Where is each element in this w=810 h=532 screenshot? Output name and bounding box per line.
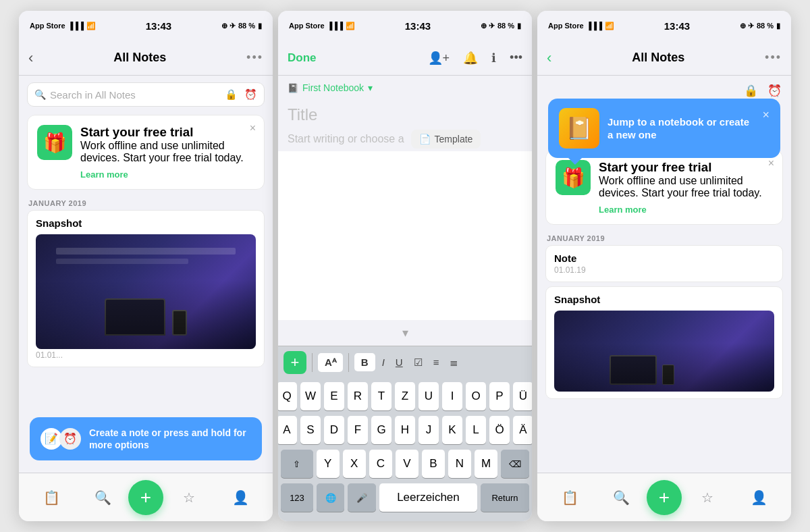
fab-icon-3: + [659,487,670,508]
info-icon-2[interactable]: ℹ [491,51,496,65]
kb-key-l[interactable]: L [466,416,486,444]
star-tab-icon-1: ☆ [183,489,195,506]
back-button-1[interactable]: ‹ [28,49,33,67]
person-tab-icon-1: 👤 [232,489,249,506]
note-date-1: 01.01... [36,350,256,360]
add-person-icon-2[interactable]: 👤+ [428,51,450,65]
tooltip3-icon-3: 📔 [559,108,599,149]
kb-sep-1 [312,353,313,372]
kb-return-key[interactable]: Return [481,483,529,512]
kb-key-h[interactable]: H [395,416,415,444]
promo-card-inner-3: 🎁 Start your free trial Work offline and… [556,160,773,215]
kb-key-y[interactable]: Y [317,450,340,478]
kb-key-ue[interactable]: Ü [513,382,532,410]
promo-close-3[interactable]: × [768,157,774,169]
search-input-1[interactable]: Search in All Notes [50,89,221,101]
tab-search-1[interactable]: 🔍 [77,489,128,506]
kb-list2-btn-2[interactable]: ≣ [446,354,462,371]
kb-key-n[interactable]: N [448,450,471,478]
tooltip3-close-3[interactable]: × [762,108,770,122]
kb-underline-btn-2[interactable]: U [392,354,407,371]
tab-person-3[interactable]: 👤 [733,489,784,506]
kb-key-i[interactable]: I [442,382,462,410]
kb-key-b[interactable]: B [422,450,445,478]
kb-space-key[interactable]: Leerzeichen [379,483,477,512]
editor-content-area-2[interactable] [278,151,532,320]
kb-key-m[interactable]: M [475,450,497,478]
kb-key-f[interactable]: F [348,416,368,444]
tab-person-1[interactable]: 👤 [215,489,266,506]
done-button-2[interactable]: Done [288,51,317,65]
promo-cta-1[interactable]: Learn more [80,169,254,180]
kb-key-c[interactable]: C [369,450,392,478]
tooltip-1: 📝 ⏰ Create a note or press and hold for … [30,417,262,460]
kb-key-q[interactable]: Q [278,382,297,410]
kb-bold-btn-2[interactable]: B [354,353,375,371]
fab-button-3[interactable]: + [647,480,682,515]
person-tab-icon-3: 👤 [751,489,767,506]
kb-backspace-key[interactable]: ⌫ [501,450,529,478]
kb-key-k[interactable]: K [442,416,462,444]
kb-key-t[interactable]: T [371,382,392,410]
chevron-down-2[interactable]: ▾ [278,320,532,346]
note-item-snapshot-3[interactable]: Snapshot [545,286,783,399]
kb-list-btn-2[interactable]: ≡ [429,354,443,371]
note-date-3: 01.01.19 [554,265,774,275]
tab-search-3[interactable]: 🔍 [595,489,647,506]
promo-cta-3[interactable]: Learn more [599,205,773,215]
tab-star-3[interactable]: ☆ [682,489,733,506]
kb-key-v[interactable]: V [396,450,418,478]
kb-key-oe[interactable]: Ö [489,416,510,444]
kb-123-key[interactable]: 123 [281,483,313,512]
search-actions-1: 🔒 ⏰ [225,88,257,101]
template-button-2[interactable]: 📄 Template [411,130,481,149]
battery-label-1: 88 % [238,22,255,30]
star-tab-icon-3: ☆ [701,489,713,506]
kb-key-z[interactable]: Z [395,382,415,410]
kb-key-w[interactable]: W [300,382,321,410]
kb-key-p[interactable]: P [489,382,510,410]
tab-star-1[interactable]: ☆ [163,489,215,506]
editor-body-2[interactable]: Start writing or choose a 📄 Template [278,127,532,151]
back-button-3[interactable]: ‹ [547,49,551,67]
more-button-1[interactable]: ••• [246,51,263,65]
tab-notes-3[interactable]: 📋 [544,489,595,506]
kb-key-d[interactable]: D [324,416,344,444]
kb-font-btn-2[interactable]: Aᴬ [318,353,343,372]
kb-key-s[interactable]: S [300,416,321,444]
promo-close-1[interactable]: × [250,122,256,134]
app-store-label-2: App Store [289,22,325,30]
chevron-icon-2: ▾ [402,325,408,340]
kb-row-1: Q W E R T Z U I O P Ü [281,382,529,410]
notebook-selector-2[interactable]: 📓 First Notebook ▾ [278,76,532,100]
thumb-phone-mini-1 [172,310,187,336]
kb-key-u[interactable]: U [418,382,439,410]
kb-key-g[interactable]: G [371,416,392,444]
more-button-3[interactable]: ••• [765,51,782,65]
tooltip3-text-3: Jump to a notebook or create a new one [608,115,754,142]
note-item-1[interactable]: Snapshot 01.01... [27,210,265,367]
kb-key-e[interactable]: E [324,382,344,410]
note-item-3[interactable]: Note 01.01.19 [545,245,783,282]
kb-key-o[interactable]: O [466,382,486,410]
kb-checkbox-btn-2[interactable]: ☑ [410,354,427,371]
kb-key-x[interactable]: X [343,450,366,478]
kb-mic-key[interactable]: 🎤 [348,483,375,512]
kb-key-a[interactable]: A [278,416,297,444]
kb-globe-key[interactable]: 🌐 [317,483,344,512]
tab-notes-1[interactable]: 📋 [26,489,77,506]
kb-key-j[interactable]: J [418,416,439,444]
kb-key-r[interactable]: R [348,382,368,410]
tooltip-text-1: Create a note or press and hold for more… [89,427,251,451]
editor-title-2[interactable]: Title [278,100,532,127]
kb-key-ae[interactable]: Ä [513,416,532,444]
kb-shift-key[interactable]: ⇧ [281,450,313,478]
fab-button-1[interactable]: + [128,480,163,515]
search-bar-1[interactable]: 🔍 Search in All Notes 🔒 ⏰ [27,82,265,107]
bell-icon-3: ⏰ [767,84,782,98]
lock-icon-3: 🔒 [744,84,758,98]
kb-plus-btn-2[interactable]: + [284,351,306,374]
kb-italic-btn-2[interactable]: I [378,354,389,371]
bell-icon-2[interactable]: 🔔 [463,51,478,65]
more-icon-2[interactable]: ••• [510,51,522,65]
